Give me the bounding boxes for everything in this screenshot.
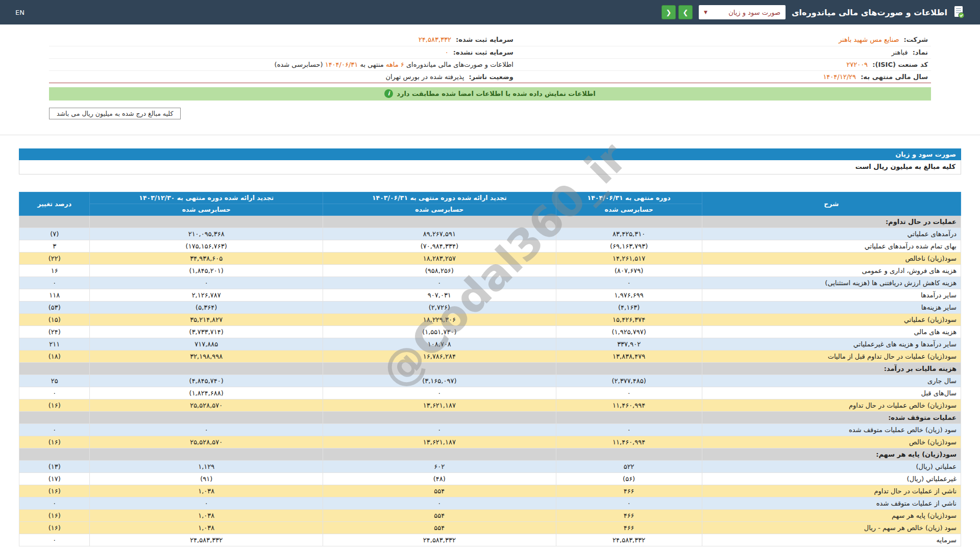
value-percent-change: (۱۷): [19, 472, 90, 485]
col-header-percent-change: درصد تغییر: [19, 192, 90, 215]
table-row: سود(زیان) پایه هر سهم۴۶۶۵۵۴۱,۰۳۸(۱۶): [19, 509, 961, 521]
value-current-period: ۱۴,۲۶۱,۵۱۷: [556, 252, 702, 264]
table-row: درآمدهای عملیاتي۸۳,۴۲۵,۳۱۰۸۹,۲۶۷,۵۹۱۲۱۰,…: [19, 228, 961, 240]
audited-note: (حسابرسی شده): [275, 61, 323, 68]
period-statement-text: اطلاعات و صورت‌های مالی میاندوره‌ای: [406, 61, 513, 68]
row-description: هزینه مالیات بر درآمد:: [702, 362, 961, 374]
report-document-icon: [953, 6, 965, 19]
value-restated-halfyear: ۰: [323, 497, 556, 509]
row-description: عملیات متوقف شده:: [702, 411, 961, 423]
value-percent-change: ۲۵: [19, 374, 90, 387]
value-restated-annual: ۰: [90, 277, 323, 289]
value-current-period: [556, 448, 702, 460]
value-restated-annual: (۱,۸۴۵,۲۰۱): [90, 264, 323, 277]
table-row: سود (زیان) خالص عملیات متوقف شده۰۰۰۰: [19, 423, 961, 436]
info-row: کد صنعت (ISIC): ۲۷۲۰۰۹ اطلاعات و صورت‌ها…: [49, 58, 931, 70]
value-restated-annual: [90, 362, 323, 374]
value-percent-change: ۰: [19, 497, 90, 509]
value-percent-change: [19, 411, 90, 423]
value-restated-halfyear: ۱۸,۲۲۹,۳۰۶: [323, 313, 556, 325]
row-description: درآمدهای عملیاتي: [702, 228, 961, 240]
value-restated-annual: ۷۱۷,۸۸۵: [90, 338, 323, 350]
row-description: سود(زیان) پایه هر سهم:: [702, 448, 961, 460]
value-current-period: ۱۱,۴۶۰,۹۹۴: [556, 436, 702, 448]
value-restated-annual: ۳۲,۱۹۸,۹۹۸: [90, 350, 323, 362]
value-restated-annual: ۳۵,۲۱۴,۸۲۷: [90, 313, 323, 325]
value-percent-change: [19, 448, 90, 460]
value-percent-change: (۷): [19, 228, 90, 240]
registered-capital-value: ۲۴,۵۸۳,۳۳۲: [419, 36, 451, 43]
period-ending-text: منتهی به: [360, 61, 383, 68]
value-restated-annual: ۲,۱۲۶,۷۸۷: [90, 289, 323, 301]
value-restated-halfyear: ۰: [323, 423, 556, 436]
row-description: سود(زیان) خالص عملیات در حال تداوم: [702, 399, 961, 411]
row-description: عملیاتي (ریال): [702, 460, 961, 472]
symbol-value: فباهنر: [891, 48, 908, 56]
value-restated-halfyear: (۹۵۸,۲۵۶): [323, 264, 556, 277]
row-description: سایر هزینه‌ها: [702, 301, 961, 313]
value-restated-halfyear: [323, 411, 556, 423]
page-title: اطلاعات و صورت‌های مالی میاندوره‌ای: [792, 8, 947, 17]
value-current-period: [556, 362, 702, 374]
unregistered-capital-label: سرمایه ثبت نشده:: [453, 48, 513, 56]
value-restated-annual: ۲۵,۵۲۸,۵۷۰: [90, 399, 323, 411]
value-restated-annual: (۱,۸۲۴,۶۸۸): [90, 387, 323, 399]
currency-unit-box: کلیه مبالغ درج شده به میلیون ریال می باش…: [49, 108, 181, 119]
value-restated-annual: ۱,۰۳۸: [90, 521, 323, 534]
table-row: ناشي از عملیات متوقف شده۰۰۰۰: [19, 497, 961, 509]
value-restated-annual: ۳۴,۹۳۸,۶۰۵: [90, 252, 323, 264]
value-current-period: ۳۳۷,۹۰۲: [556, 338, 702, 350]
value-percent-change: ۱۶: [19, 264, 90, 277]
value-current-period: ۰: [556, 277, 702, 289]
value-percent-change: ۰: [19, 534, 90, 546]
table-header-row: شرح دوره منتهی به ۱۴۰۴/۰۶/۳۱ تجدید ارائه…: [19, 192, 961, 204]
company-name-link[interactable]: صنایع مس شهید باهنر: [839, 36, 899, 43]
value-restated-halfyear: ۱۰۸,۷۰۸: [323, 338, 556, 350]
nav-forward-button[interactable]: ❯: [678, 5, 693, 19]
value-restated-halfyear: ۱۸,۲۸۳,۲۵۷: [323, 252, 556, 264]
isic-label: کد صنعت (ISIC):: [872, 61, 928, 68]
nav-back-button[interactable]: ❮: [662, 5, 676, 19]
report-type-select[interactable]: صورت سود و زیان ▼: [699, 5, 786, 19]
value-percent-change: (۱۵): [19, 313, 90, 325]
value-restated-halfyear: ۶۰۲: [323, 460, 556, 472]
value-current-period: ۴۶۶: [556, 485, 702, 497]
value-percent-change: (۱۶): [19, 521, 90, 534]
signature-match-text: اطلاعات نمایش داده شده با اطلاعات امضا ش…: [397, 90, 596, 97]
value-restated-halfyear: (۳,۱۶۵,۰۹۷): [323, 374, 556, 387]
value-restated-halfyear: ۰: [323, 277, 556, 289]
info-row: شرکت: صنایع مس شهید باهنر سرمایه ثبت شده…: [49, 34, 931, 46]
value-current-period: ۴۶۶: [556, 521, 702, 534]
value-percent-change: [19, 362, 90, 374]
table-row: سایر درآمدها۱,۹۷۶,۶۹۹۹۰۷,۰۳۱۲,۱۲۶,۷۸۷۱۱۸: [19, 289, 961, 301]
col-header-restated-halfyear: تجدید ارائه شده دوره منتهی به ۱۴۰۳/۰۶/۳۱: [323, 192, 556, 204]
section-row: عملیات در حال تداوم:: [19, 215, 961, 228]
value-restated-annual: ۱,۰۳۸: [90, 509, 323, 521]
value-restated-halfyear: ۱۳,۶۲۱,۱۸۷: [323, 436, 556, 448]
section-row: هزینه مالیات بر درآمد:: [19, 362, 961, 374]
value-current-period: ۴۶۶: [556, 509, 702, 521]
value-percent-change: ۳: [19, 240, 90, 252]
statement-table-wrap: شرح دوره منتهی به ۱۴۰۴/۰۶/۳۱ تجدید ارائه…: [19, 192, 961, 546]
value-restated-annual: (۵,۳۶۴): [90, 301, 323, 313]
value-current-period: ۱۳,۸۳۸,۴۷۹: [556, 350, 702, 362]
value-restated-annual: (۴,۸۴۵,۷۴۰): [90, 374, 323, 387]
info-row: نماد: فباهنر سرمایه ثبت نشده: ۰: [49, 46, 931, 58]
value-restated-halfyear: ۱۶,۷۸۶,۲۸۴: [323, 350, 556, 362]
value-current-period: ۰: [556, 497, 702, 509]
row-description: هزینه های فروش، اداری و عمومی: [702, 264, 961, 277]
value-percent-change: (۵۳): [19, 301, 90, 313]
value-percent-change: (۱۶): [19, 485, 90, 497]
table-row: هزینه های فروش، اداری و عمومی(۸۰۷,۶۷۹)(۹…: [19, 264, 961, 277]
row-description: بهای تمام شده درآمدهای عملیاتي: [702, 240, 961, 252]
signature-match-banner: اطلاعات نمایش داده شده با اطلاعات امضا ش…: [49, 87, 931, 101]
table-row: سایر هزینه‌ها(۴,۱۶۳)(۲,۷۲۶)(۵,۳۶۴)(۵۳): [19, 301, 961, 313]
row-description: سایر درآمدها: [702, 289, 961, 301]
value-restated-halfyear: ۸۹,۲۶۷,۵۹۱: [323, 228, 556, 240]
section-row: عملیات متوقف شده:: [19, 411, 961, 423]
unit-note-row: کلیه مبالغ درج شده به میلیون ریال می باش…: [49, 108, 931, 119]
row-description: سرمایه: [702, 534, 961, 546]
value-current-period: ۱۱,۴۶۰,۹۹۴: [556, 399, 702, 411]
language-toggle[interactable]: EN: [15, 9, 24, 16]
table-row: عملیاتي (ریال)۵۲۲۶۰۲۱,۱۲۹(۱۳): [19, 460, 961, 472]
